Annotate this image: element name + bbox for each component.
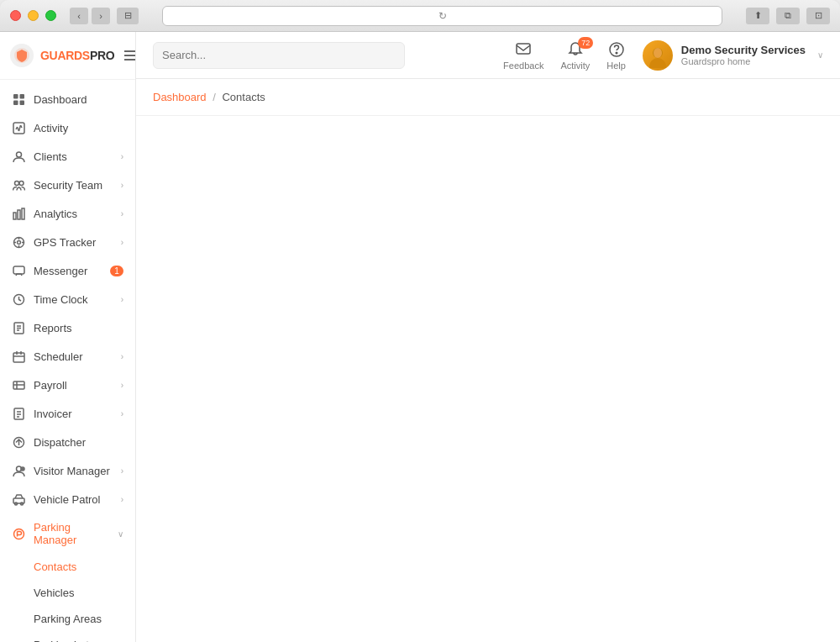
forward-button[interactable]: › xyxy=(92,8,110,24)
feedback-label: Feedback xyxy=(503,61,543,71)
chevron-right-icon: › xyxy=(121,495,123,504)
sidebar-toggle-button[interactable]: ⊟ xyxy=(117,8,139,24)
chevron-right-icon: › xyxy=(121,466,123,476)
svg-rect-2 xyxy=(19,94,24,99)
content-area xyxy=(136,116,840,642)
svg-point-12 xyxy=(19,181,24,185)
feedback-button[interactable]: Feedback xyxy=(503,40,543,71)
sidebar-item-dispatcher[interactable]: Dispatcher xyxy=(0,428,135,456)
analytics-icon xyxy=(12,207,25,220)
activity-icon xyxy=(12,121,25,134)
sidebar-subitem-vehicles-label: Vehicles xyxy=(34,587,74,599)
svg-point-10 xyxy=(16,152,21,157)
activity-badge: 72 xyxy=(578,37,593,50)
sidebar-item-vehicle-patrol-label: Vehicle Patrol xyxy=(34,493,113,506)
sidebar-subitem-parking-lots[interactable]: Parking Lots xyxy=(0,632,135,642)
sidebar-item-activity-label: Activity xyxy=(34,122,123,134)
sidebar-subitem-parking-areas[interactable]: Parking Areas xyxy=(0,606,135,632)
top-header: Feedback 72 Activity xyxy=(136,32,840,79)
app-container: GUARDSPRO Dashboard xyxy=(0,32,840,642)
search-input[interactable] xyxy=(162,49,396,61)
sidebar-item-visitor-manager[interactable]: Visitor Manager › xyxy=(0,456,135,485)
user-org: Guardspro home xyxy=(681,56,806,66)
svg-point-51 xyxy=(616,52,617,54)
chevron-right-icon: › xyxy=(121,238,123,247)
svg-rect-3 xyxy=(13,100,18,105)
breadcrumb: Dashboard / Contacts xyxy=(136,79,840,116)
url-bar[interactable]: ↻ xyxy=(162,6,722,26)
sidebar-item-payroll[interactable]: Payroll › xyxy=(0,371,135,399)
svg-rect-4 xyxy=(19,100,24,105)
hamburger-menu-button[interactable] xyxy=(121,47,136,64)
sidebar-item-dispatcher-label: Dispatcher xyxy=(34,436,123,449)
maximize-window-button[interactable] xyxy=(45,10,56,21)
svg-rect-28 xyxy=(13,353,24,362)
sidebar-item-dashboard[interactable]: Dashboard xyxy=(0,85,135,113)
title-bar: ‹ › ⊟ ↻ ⬆ ⧉ ⊡ xyxy=(0,0,840,32)
sidebar-item-payroll-label: Payroll xyxy=(34,379,113,392)
user-profile-button[interactable]: Demo Security Services Guardspro home ∨ xyxy=(643,40,823,71)
minimize-window-button[interactable] xyxy=(28,10,39,21)
new-tab-button[interactable]: ⧉ xyxy=(776,8,800,24)
close-window-button[interactable] xyxy=(10,10,21,21)
sidebar-subitem-parking-areas-label: Parking Areas xyxy=(34,613,102,625)
sidebar-item-clients[interactable]: Clients › xyxy=(0,142,135,171)
payroll-icon xyxy=(12,378,25,392)
fullscreen-button[interactable]: ⊡ xyxy=(806,8,830,24)
help-label: Help xyxy=(606,61,626,71)
sidebar-item-time-clock-label: Time Clock xyxy=(34,293,113,306)
user-info: Demo Security Services Guardspro home xyxy=(681,44,806,66)
sidebar-item-reports[interactable]: Reports xyxy=(0,313,135,342)
chevron-right-icon: › xyxy=(121,209,123,218)
sidebar-item-security-team[interactable]: Security Team › xyxy=(0,171,135,199)
svg-rect-1 xyxy=(13,94,18,99)
breadcrumb-separator: / xyxy=(213,91,216,103)
sidebar-item-vehicle-patrol[interactable]: Vehicle Patrol › xyxy=(0,485,135,513)
breadcrumb-parent-link[interactable]: Dashboard xyxy=(153,91,207,103)
sidebar-item-scheduler-label: Scheduler xyxy=(34,350,113,363)
sidebar-item-invoicer-label: Invoicer xyxy=(34,408,113,420)
chevron-down-icon: ∨ xyxy=(118,529,123,539)
sidebar-item-messenger[interactable]: Messenger 1 xyxy=(0,256,135,285)
sidebar-header: GUARDSPRO xyxy=(0,32,135,80)
sidebar-item-reports-label: Reports xyxy=(34,322,123,334)
sidebar-item-scheduler[interactable]: Scheduler › xyxy=(0,342,135,371)
help-icon xyxy=(607,40,626,59)
help-button[interactable]: Help xyxy=(606,40,626,71)
user-menu-chevron-icon: ∨ xyxy=(817,50,823,60)
app-window: ‹ › ⊟ ↻ ⬆ ⧉ ⊡ GUARDSPRO xyxy=(0,0,840,642)
chevron-right-icon: › xyxy=(121,295,123,304)
sidebar-subitem-contacts[interactable]: Contacts xyxy=(0,554,135,580)
user-name: Demo Security Services xyxy=(681,44,806,56)
avatar xyxy=(643,40,673,71)
search-bar[interactable] xyxy=(153,42,405,69)
back-button[interactable]: ‹ xyxy=(70,8,88,24)
sidebar-item-time-clock[interactable]: Time Clock › xyxy=(0,285,135,313)
svg-point-48 xyxy=(13,529,24,539)
reload-icon: ↻ xyxy=(438,10,447,22)
sidebar-item-parking-manager-label: Parking Manager xyxy=(34,521,109,546)
sidebar-item-parking-manager[interactable]: Parking Manager ∨ xyxy=(0,513,135,554)
activity-label: Activity xyxy=(560,61,590,71)
visitor-icon xyxy=(12,464,25,477)
grid-icon xyxy=(12,92,25,106)
invoicer-icon xyxy=(12,407,25,420)
sidebar-item-invoicer[interactable]: Invoicer › xyxy=(0,399,135,428)
sidebar-subitem-contacts-label: Contacts xyxy=(34,560,76,573)
chevron-right-icon: › xyxy=(121,409,123,418)
sidebar-item-clients-label: Clients xyxy=(34,150,113,163)
clients-icon xyxy=(12,150,25,163)
svg-point-16 xyxy=(17,240,20,244)
svg-point-54 xyxy=(654,48,662,58)
svg-rect-13 xyxy=(13,213,16,219)
dispatcher-icon xyxy=(12,435,25,449)
chevron-right-icon: › xyxy=(121,152,123,161)
sidebar-item-activity[interactable]: Activity xyxy=(0,113,135,142)
svg-point-53 xyxy=(649,58,666,68)
activity-button[interactable]: 72 Activity xyxy=(560,40,590,71)
share-button[interactable]: ⬆ xyxy=(746,8,769,24)
gps-icon xyxy=(12,235,25,249)
sidebar-item-analytics[interactable]: Analytics › xyxy=(0,199,135,228)
sidebar-subitem-vehicles[interactable]: Vehicles xyxy=(0,580,135,606)
sidebar-item-gps-tracker[interactable]: GPS Tracker › xyxy=(0,228,135,256)
